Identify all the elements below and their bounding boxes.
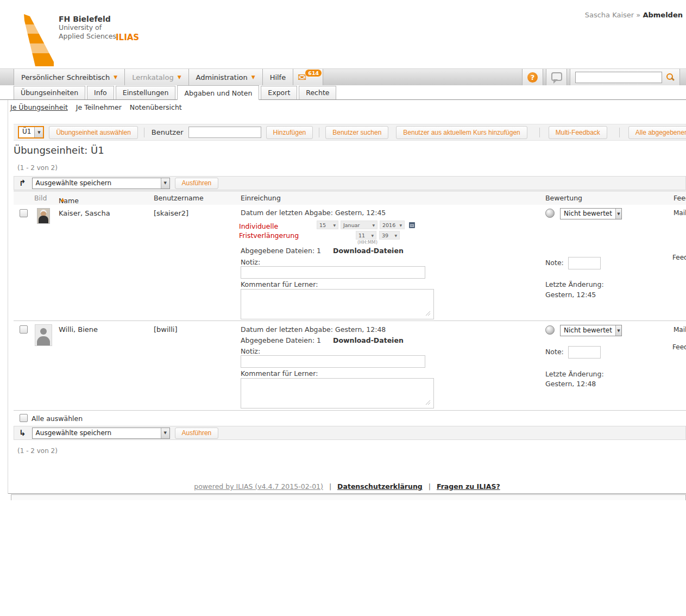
search-users-button[interactable]: Benutzer suchen	[325, 126, 388, 139]
bulk-action-bar-bottom: ↳ Ausgewählte speichern ▼ Ausführen	[14, 426, 686, 440]
row-checkbox[interactable]	[20, 325, 28, 334]
nav-label: Lernkatalog	[132, 73, 174, 81]
chevron-down-icon: ▼	[161, 178, 169, 188]
month-select[interactable]: Januar ▼	[341, 221, 377, 229]
grade-input[interactable]	[568, 346, 601, 359]
note-input[interactable]	[241, 266, 425, 279]
bulk-action-select-top[interactable]: Ausgewählte speichern ▼	[32, 178, 170, 189]
calendar-icon[interactable]	[409, 222, 415, 228]
files-count: 1	[317, 247, 321, 255]
choose-unit-button[interactable]: Übungseinheit auswählen	[49, 126, 137, 139]
privacy-link[interactable]: Datenschutzerklärung	[337, 482, 423, 491]
download-files-link[interactable]: Download-Dateien	[333, 336, 404, 344]
day-select[interactable]: 15 ▼	[317, 221, 338, 229]
chat-button[interactable]	[546, 69, 567, 85]
note-label: Notiz:	[241, 258, 260, 266]
last-submission-value: Gestern, 12:48	[335, 325, 386, 334]
nav-item-personal-desktop[interactable]: Persönlicher Schreibtisch ▼	[14, 69, 125, 85]
evaluation-status-select[interactable]: Nicht bewertet ▼	[560, 208, 622, 219]
evaluation-status-select[interactable]: Nicht bewertet ▼	[560, 325, 622, 336]
user-name-input[interactable]	[188, 127, 261, 138]
row-checkbox[interactable]	[20, 209, 28, 217]
chat-bubble-icon	[551, 72, 562, 81]
ilias-questions-link[interactable]: Fragen zu ILIAS?	[437, 482, 500, 491]
tab-einstellungen[interactable]: Einstellungen	[116, 86, 176, 99]
logout-link[interactable]: Abmelden	[643, 11, 683, 19]
toolbar-separator	[539, 128, 540, 137]
download-all-button[interactable]: Alle abgegebenen	[628, 126, 686, 139]
unit-select[interactable]: Ü1 ▼	[18, 126, 44, 139]
tab-abgaben-und-noten[interactable]: Abgaben und Noten	[177, 85, 259, 100]
tab-uebungseinheiten[interactable]: Übungseinheiten	[14, 86, 85, 99]
powered-by-link[interactable]: powered by ILIAS (v4.4.7 2015-02-01)	[194, 482, 323, 491]
resize-handle-icon[interactable]	[426, 400, 430, 405]
feedback-link[interactable]: Feedback	[672, 343, 686, 351]
add-from-course-button[interactable]: Benutzer aus aktuellem Kurs hinzufügen	[396, 126, 527, 139]
minute-select[interactable]: 39 ▼	[379, 231, 400, 240]
tab-bar: Übungseinheiten Info Einstellungen Abgab…	[0, 85, 686, 100]
execute-button-bottom[interactable]: Ausführen	[175, 428, 219, 439]
select-all-label: Alle auswählen	[32, 414, 83, 423]
nav-items: Persönlicher Schreibtisch ▼ Lernkatalog …	[14, 69, 323, 85]
search-input[interactable]	[575, 72, 662, 83]
logo-subtitle-2: Applied Sciences	[59, 32, 116, 41]
page-title: Übungseinheit: Ü1	[14, 144, 104, 156]
tab-export[interactable]: Export	[261, 86, 297, 99]
tab-rechte[interactable]: Rechte	[299, 86, 336, 99]
feedback-link[interactable]: Feedback	[672, 254, 686, 261]
mail-link[interactable]: Mail	[674, 209, 686, 217]
footer-separator: |	[429, 482, 431, 491]
nav-item-lernkatalog[interactable]: Lernkatalog ▼	[125, 69, 188, 85]
help-button[interactable]: ?	[522, 69, 543, 85]
chevron-down-icon: ▼	[34, 127, 43, 137]
chevron-down-icon: ▼	[114, 74, 117, 80]
subtab-je-uebungseinheit[interactable]: Je Übungseinheit	[10, 103, 68, 111]
column-einreichung: Einreichung	[241, 194, 281, 202]
mail-button[interactable]: ✉ 614	[293, 69, 323, 85]
nav-label: Persönlicher Schreibtisch	[21, 73, 110, 81]
last-submission-value: Gestern, 12:45	[335, 209, 386, 217]
files-label: Abgegebene Dateien:	[241, 336, 314, 344]
footer: powered by ILIAS (v4.4.7 2015-02-01) | D…	[8, 481, 686, 494]
select-all-checkbox[interactable]	[20, 414, 28, 422]
subtab-je-teilnehmer[interactable]: Je Teilnehmer	[76, 103, 122, 111]
ilias-wordmark: ILIAS	[116, 33, 139, 42]
deadline-extension-label-2: Fristverlängerung	[239, 231, 299, 240]
add-user-button[interactable]: Hinzufügen	[266, 126, 313, 139]
chevron-down-icon: ▼	[161, 428, 169, 438]
year-select[interactable]: 2016 ▼	[380, 221, 405, 229]
note-input[interactable]	[241, 355, 425, 368]
search-icon[interactable]	[666, 73, 675, 81]
last-submission-label: Datum der letzten Abgabe:	[241, 325, 333, 334]
submitted-files-line: Abgegebene Dateien: 1	[241, 336, 321, 344]
logo-text: FH Bielefeld University of Applied Scien…	[59, 15, 116, 41]
download-files-link[interactable]: Download-Dateien	[333, 247, 404, 255]
hour-select[interactable]: 11 ▼	[356, 231, 376, 240]
bulk-action-select-bottom[interactable]: Ausgewählte speichern ▼	[32, 428, 170, 439]
mail-link[interactable]: Mail	[674, 326, 686, 334]
help-icon: ?	[527, 72, 538, 83]
nav-item-hilfe[interactable]: Hilfe	[263, 69, 294, 85]
tab-info[interactable]: Info	[87, 86, 114, 99]
toolbar-separator	[144, 128, 144, 137]
nav-utilities: ?	[519, 69, 680, 85]
chevron-down-icon: ▼	[178, 74, 181, 80]
table-row: Willi, Biene [bwilli] Datum der letzten …	[14, 321, 686, 411]
multi-feedback-button[interactable]: Multi-Feedback	[549, 126, 607, 139]
participant-username: [bwilli]	[154, 325, 177, 334]
extension-time-controls: 11 ▼ 39 ▼	[356, 231, 400, 240]
submitted-files-line: Abgegebene Dateien: 1	[241, 247, 321, 255]
nav-item-administration[interactable]: Administration ▼	[189, 69, 263, 85]
resize-handle-icon[interactable]	[426, 311, 430, 316]
comment-label: Kommentar für Lerner:	[241, 369, 318, 378]
comment-textarea[interactable]	[241, 378, 434, 408]
apply-above-arrow-icon: ↱	[19, 178, 26, 188]
comment-textarea[interactable]	[241, 289, 434, 319]
fh-bielefeld-logo	[20, 14, 61, 66]
execute-button-top[interactable]: Ausführen	[175, 178, 219, 189]
status-sphere-icon	[545, 209, 555, 218]
subtab-notenuebersicht[interactable]: Notenübersicht	[130, 103, 182, 111]
table-header-row: Bild Name▲ Benutzername Einreichung Bewe…	[14, 191, 686, 206]
hour-value: 11	[358, 232, 365, 238]
grade-input[interactable]	[568, 257, 601, 269]
